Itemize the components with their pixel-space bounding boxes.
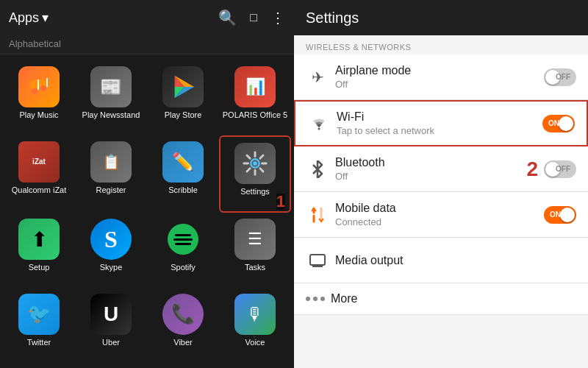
skype-label: Skype: [100, 263, 123, 272]
uber-icon: U: [90, 294, 132, 335]
spotify-label: Spotify: [171, 263, 196, 272]
setup-icon: ⬆: [18, 219, 60, 260]
mobile-data-toggle[interactable]: ON: [544, 206, 576, 224]
setup-label: Setup: [29, 263, 50, 272]
app-item-register[interactable]: 📋 Register: [75, 135, 147, 213]
voice-label: Voice: [245, 338, 265, 347]
wifi-icon: [307, 117, 331, 130]
app-item-setup[interactable]: ⬆ Setup: [3, 213, 75, 288]
app-item-skype[interactable]: S Skype: [75, 213, 147, 288]
app-bar-actions: 🔍 □ ⋮: [218, 9, 285, 26]
app-bar-title: Apps ▾: [9, 10, 212, 26]
scribble-icon: ✏️: [162, 141, 204, 183]
mobile-data-content: Mobile data Connected: [329, 202, 544, 227]
wifi-toggle[interactable]: ON: [542, 115, 575, 132]
airplane-title: Airplane mode: [335, 64, 538, 77]
play-music-label: Play Music: [19, 110, 58, 120]
annotation-1: 1: [276, 194, 285, 210]
apps-grid: Play Music 📰 Play Newsstand Play Store: [0, 54, 294, 368]
svg-rect-3: [37, 79, 39, 90]
wifi-title: Wi-Fi: [337, 110, 537, 124]
spotify-bar-1: [175, 234, 191, 236]
spotify-bar-3: [175, 243, 191, 245]
more-title: More: [331, 292, 570, 305]
airplane-content: Airplane mode Off: [329, 64, 544, 90]
apps-label: Apps: [9, 10, 39, 26]
settings-panel: Settings WIRELESS & NETWORKS ✈ Airplane …: [294, 0, 588, 368]
spotify-circle: [168, 224, 198, 255]
settings-icon: [234, 143, 276, 184]
qualcomm-icon: iZat: [18, 141, 60, 183]
dot-2: [313, 297, 318, 301]
uber-u-letter: U: [104, 302, 118, 326]
mobile-data-subtitle: Connected: [335, 216, 538, 227]
bluetooth-icon: [306, 160, 329, 178]
airplane-subtitle: Off: [335, 79, 538, 90]
app-item-play-newsstand[interactable]: 📰 Play Newsstand: [75, 60, 147, 135]
svg-rect-21: [310, 255, 325, 265]
cast-icon[interactable]: □: [250, 11, 257, 24]
app-item-polaris[interactable]: 📊 POLARIS Office 5: [219, 60, 291, 135]
wireless-section-header: WIRELESS & NETWORKS: [294, 35, 588, 54]
app-item-play-store[interactable]: Play Store: [147, 60, 219, 135]
dropdown-icon[interactable]: ▾: [42, 10, 49, 26]
sort-label: Alphabetical: [0, 35, 294, 54]
polaris-label: POLARIS Office 5: [223, 110, 287, 120]
settings-item-mobile-data[interactable]: Mobile data Connected ON: [294, 192, 588, 238]
app-item-tasks[interactable]: ☰ Tasks: [219, 213, 291, 288]
app-item-voice[interactable]: 🎙 Voice: [219, 288, 291, 363]
app-item-uber[interactable]: U Uber: [75, 288, 147, 363]
app-item-play-music[interactable]: Play Music: [3, 60, 75, 135]
bluetooth-title: Bluetooth: [335, 156, 514, 169]
settings-item-airplane[interactable]: ✈ Airplane mode Off OFF: [294, 54, 588, 100]
scribble-label: Scribble: [168, 185, 198, 195]
skype-icon: S: [90, 219, 132, 260]
wifi-content: Wi-Fi Tap to select a network: [331, 110, 542, 136]
settings-item-bluetooth[interactable]: Bluetooth Off 2 OFF: [294, 146, 588, 192]
mobile-data-icon: [306, 207, 329, 223]
app-item-qualcomm[interactable]: iZat Qualcomm iZat: [3, 135, 75, 213]
play-store-icon: [162, 66, 204, 107]
app-item-scribble[interactable]: ✏️ Scribble: [147, 135, 219, 213]
annotation-2: 2: [526, 158, 538, 181]
polaris-icon: 📊: [234, 66, 276, 107]
bluetooth-content: Bluetooth Off: [329, 156, 520, 182]
svg-point-2: [40, 85, 46, 91]
skype-s-letter: S: [104, 226, 118, 253]
more-options-icon[interactable]: ⋮: [270, 9, 285, 26]
settings-header: Settings: [294, 0, 588, 35]
viber-icon: 📞: [162, 294, 204, 335]
app-item-spotify[interactable]: Spotify: [147, 213, 219, 288]
airplane-toggle-label: OFF: [556, 73, 570, 81]
svg-line-19: [247, 168, 250, 171]
wifi-toggle-label: ON: [548, 119, 559, 127]
app-item-settings[interactable]: Settings 1: [219, 135, 291, 213]
media-output-icon: [306, 254, 329, 267]
settings-item-wifi[interactable]: Wi-Fi Tap to select a network ON: [294, 100, 588, 146]
dot-1: [306, 297, 310, 301]
qualcomm-label: Qualcomm iZat: [12, 185, 67, 195]
settings-item-more[interactable]: More: [294, 283, 588, 315]
play-newsstand-icon: 📰: [90, 66, 132, 107]
search-icon[interactable]: 🔍: [218, 9, 237, 26]
more-content: More: [325, 292, 576, 305]
mobile-data-title: Mobile data: [335, 202, 538, 215]
viber-label: Viber: [173, 338, 192, 347]
more-dots: [306, 297, 325, 301]
airplane-icon: ✈: [306, 68, 329, 86]
svg-rect-4: [46, 78, 48, 87]
app-item-twitter[interactable]: 🐦 Twitter: [3, 288, 75, 363]
svg-line-16: [247, 155, 250, 158]
bluetooth-toggle[interactable]: OFF: [544, 160, 576, 178]
svg-point-11: [253, 161, 257, 166]
app-item-viber[interactable]: 📞 Viber: [147, 288, 219, 363]
settings-item-media-output[interactable]: Media output: [294, 238, 588, 283]
spotify-bar-2: [173, 238, 193, 241]
settings-title: Settings: [306, 10, 359, 26]
wifi-subtitle: Tap to select a network: [337, 125, 537, 136]
app-drawer: Apps ▾ 🔍 □ ⋮ Alphabetical Play Music: [0, 0, 294, 368]
tasks-icon: ☰: [234, 219, 276, 260]
airplane-toggle[interactable]: OFF: [544, 68, 576, 86]
settings-label: Settings: [240, 187, 270, 197]
register-label: Register: [96, 185, 126, 195]
